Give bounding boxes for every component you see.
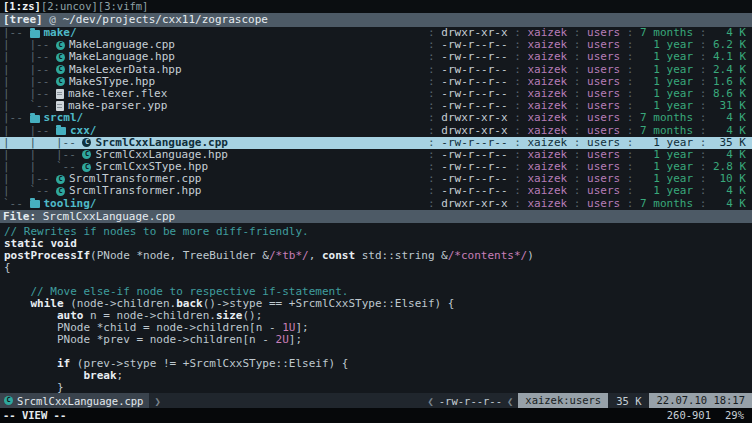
- column-separator: :: [421, 51, 441, 63]
- path-separator: @: [43, 13, 63, 26]
- file-size: 4.1 K: [713, 51, 746, 63]
- tmux-window-uncov[interactable]: [2:uncov]: [41, 0, 98, 12]
- preview-filename-value: SrcmlCxxLanguage.cpp: [43, 210, 175, 223]
- file-group: users: [587, 185, 620, 197]
- statusbar-size: 35 K: [608, 395, 649, 407]
- file-name-cell: `-- tooling/: [3, 198, 421, 210]
- statusbar-owner: xaizek:users: [518, 393, 608, 408]
- file-group: users: [587, 125, 620, 137]
- file-size: 2.4 K: [713, 64, 746, 76]
- current-path: ~/dev/projects/cxx11/zograscope: [63, 13, 268, 26]
- file-name-cell: | | |-- SrcmlCxxLanguage.cpp: [3, 137, 421, 149]
- tmux-window-vifm[interactable]: [3:vifm]: [98, 0, 149, 12]
- column-separator: :: [567, 112, 587, 124]
- tree-prefix: | |--: [3, 64, 56, 76]
- column-separator: :: [693, 185, 713, 197]
- column-separator: :: [567, 125, 587, 137]
- column-separator: :: [620, 125, 640, 137]
- file-name: cxx/: [70, 125, 97, 137]
- cpp-file-icon: [4, 396, 13, 405]
- vifm-terminal: [1:zs][2:uncov][3:vifm] [tree] @ ~/dev/p…: [0, 0, 752, 423]
- column-separator: :: [693, 112, 713, 124]
- file-name-cell: | | `-- SrcmlCxxSType.hpp: [3, 161, 421, 173]
- column-separator: :: [567, 51, 587, 63]
- cpp-file-icon: [82, 150, 91, 159]
- file-date: 7 months: [640, 112, 693, 124]
- file-date: 1 year: [640, 51, 693, 63]
- file-name-cell: | `-- SrcmlTransformer.hpp: [3, 185, 421, 197]
- file-name: SrcmlTransformer.cpp: [69, 173, 201, 185]
- tree-prefix: | `--: [3, 100, 56, 112]
- tree-prefix: | |--: [3, 88, 56, 100]
- column-separator: :: [508, 112, 528, 124]
- column-separator: :: [567, 185, 587, 197]
- cpp-file-icon: [56, 77, 65, 86]
- file-name: srcml/: [44, 112, 84, 124]
- tree-row[interactable]: `-- tooling/ : drwxr-xr-x : xaizek : use…: [0, 198, 752, 210]
- column-separator: :: [508, 64, 528, 76]
- doc-file-icon: [56, 89, 64, 99]
- folder-icon: [56, 127, 66, 135]
- file-date: 7 months: [640, 125, 693, 137]
- folder-icon: [30, 200, 40, 208]
- file-group: users: [587, 64, 620, 76]
- file-name-cell: | |-- cxx/: [3, 125, 421, 137]
- code-line: {: [4, 262, 752, 274]
- vifm-path-bar: [tree] @ ~/dev/projects/cxx11/zograscope: [0, 13, 752, 27]
- tree-prefix: | |--: [3, 39, 56, 51]
- column-separator: :: [508, 198, 528, 210]
- file-group: users: [587, 112, 620, 124]
- chevron-left-icon: ❮: [502, 395, 518, 407]
- tmux-window-zs[interactable]: [1:zs]: [3, 0, 41, 12]
- scroll-percent: 29%: [725, 408, 744, 423]
- doc-file-icon: [56, 101, 64, 111]
- file-user: xaizek: [527, 51, 567, 63]
- file-name-cell: | |-- make-lexer.flex: [3, 88, 421, 100]
- line-range: 260-901: [667, 408, 711, 423]
- column-separator: :: [508, 185, 528, 197]
- chevron-left-icon: ❮: [422, 395, 438, 407]
- file-name: make-lexer.flex: [68, 88, 167, 100]
- tree-row[interactable]: | |-- MakeLanguage.hpp : -rw-r--r-- : xa…: [0, 51, 752, 63]
- file-name-cell: | `-- make-parser.ypp: [3, 100, 421, 112]
- statusbar-filename: SrcmlCxxLanguage.cpp: [17, 395, 143, 407]
- file-perms: drwxr-xr-x: [441, 125, 507, 137]
- file-user: xaizek: [527, 64, 567, 76]
- file-name-cell: |-- srcml/: [3, 112, 421, 124]
- code-line: // Rewrites if nodes to be more diff-fri…: [4, 226, 752, 238]
- cpp-file-icon: [56, 41, 65, 50]
- cpp-file-icon: [56, 53, 65, 62]
- column-separator: :: [421, 125, 441, 137]
- tree-row[interactable]: | |-- MakeLexerData.hpp : -rw-r--r-- : x…: [0, 64, 752, 76]
- tree-row[interactable]: | `-- SrcmlTransformer.hpp : -rw-r--r-- …: [0, 185, 752, 197]
- file-tree: |-- make/ : drwxr-xr-x : xaizek : users …: [0, 27, 752, 210]
- column-separator: :: [421, 198, 441, 210]
- file-name-cell: | |-- SrcmlTransformer.cpp: [3, 173, 421, 185]
- preview-file-label: File:: [3, 210, 36, 223]
- column-separator: :: [421, 185, 441, 197]
- file-name-cell: | |-- MakeLexerData.hpp: [3, 64, 421, 76]
- file-perms: drwxr-xr-x: [441, 112, 507, 124]
- column-separator: :: [693, 125, 713, 137]
- view-mode-label: [tree]: [3, 13, 43, 26]
- file-user: xaizek: [527, 198, 567, 210]
- column-separator: :: [620, 185, 640, 197]
- file-name: SrcmlCxxLanguage.cpp: [95, 137, 227, 149]
- file-size: 4 K: [713, 112, 746, 124]
- preview-filename: [36, 210, 43, 223]
- tree-prefix: | |--: [3, 125, 56, 137]
- file-group: users: [587, 51, 620, 63]
- tree-prefix: | | `--: [3, 161, 82, 173]
- cpp-file-icon: [56, 65, 65, 74]
- column-separator: :: [620, 112, 640, 124]
- file-name: tooling/: [44, 198, 97, 210]
- statusbar-file-segment: SrcmlCxxLanguage.cpp: [0, 393, 149, 408]
- cpp-file-icon: [82, 138, 91, 147]
- code-line: break;: [4, 370, 752, 382]
- mode-indicator-bar: -- VIEW -- 260-901 29%: [0, 408, 752, 423]
- tree-prefix: | `--: [3, 185, 56, 197]
- tree-row[interactable]: | |-- cxx/ : drwxr-xr-x : xaizek : users…: [0, 125, 752, 137]
- folder-icon: [30, 115, 40, 123]
- tree-row[interactable]: |-- srcml/ : drwxr-xr-x : xaizek : users…: [0, 112, 752, 124]
- file-date: 7 months: [640, 198, 693, 210]
